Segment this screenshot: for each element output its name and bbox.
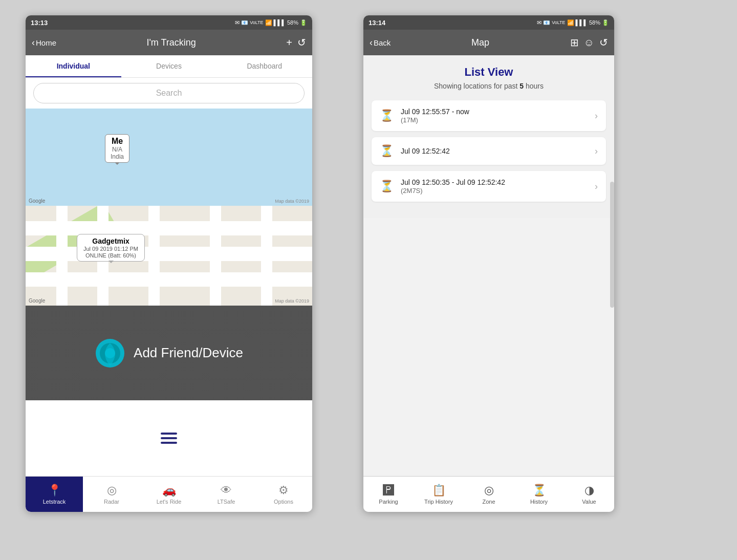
zone-icon: ◎ [484,484,494,497]
back-button[interactable]: ‹ Home [32,37,56,48]
left-bottom-nav: 📍 Letstrack ◎ Radar 🚗 Let's Ride 👁 LTSaf… [26,476,312,512]
tab-dashboard[interactable]: Dashboard [216,55,312,77]
r-volte-icon: VoLTE [552,20,565,25]
tab-devices[interactable]: Devices [121,55,217,77]
list-view-subtitle: Showing locations for past 5 hours [372,82,606,90]
r-wifi-icon: 📶 [567,19,574,26]
trip-history-label: Trip History [424,499,453,505]
scrollbar[interactable] [610,182,614,308]
left-nav-bar: ‹ Home I'm Tracking + ↺ [26,30,312,55]
nav-letsride[interactable]: 🚗 Let's Ride [140,477,198,512]
menu-area [26,400,312,476]
back-label: Home [36,38,56,47]
tabs-bar: Individual Devices Dashboard [26,55,312,78]
options-label: Options [274,499,293,505]
subtitle-bold: 5 [519,82,524,90]
wifi-icon: 📶 [265,19,272,26]
hamburger-menu[interactable] [161,433,177,444]
chevron-icon-1: › [595,111,598,121]
nav-letstrack[interactable]: 📍 Letstrack [26,477,83,512]
nav-zone[interactable]: ◎ Zone [464,477,514,512]
zone-label: Zone [482,499,495,505]
gadgetmix-pin-date: Jul 09 2019 01:12 PM [83,246,138,252]
letstrack-icon: 📍 [48,484,61,497]
nav-radar[interactable]: ◎ Radar [83,477,140,512]
r-signal-icon: ▌▌▌ [576,19,588,26]
add-friend-banner[interactable]: Add Friend/Device [26,306,312,400]
map-area-me: Me N/A India Google Map data ©2019 [26,109,312,206]
parking-label: Parking [379,499,398,505]
right-time: 13:14 [368,19,385,27]
map2-watermark-right: Map data ©2019 [275,298,309,304]
right-refresh-icon[interactable]: ↺ [599,36,608,49]
list-view-content: List View Showing locations for past 5 h… [363,55,614,218]
right-nav-title: Map [395,37,566,48]
letsride-label: Let's Ride [157,499,182,505]
ltsafe-label: LTSafe [218,499,235,505]
nav-title: I'm Tracking [60,37,282,48]
message-icon: ✉ [235,19,240,26]
options-icon: ⚙ [278,484,289,497]
street-v5 [261,206,272,306]
refresh-icon[interactable]: ↺ [297,36,306,49]
hamburger-line-2 [161,437,177,439]
right-back-label: Back [374,38,391,47]
hourglass-icon-1: ⏳ [380,109,394,122]
person-icon[interactable]: ☺ [584,37,594,49]
grid-icon[interactable]: ⊞ [570,36,579,49]
nav-parking[interactable]: 🅿 Parking [363,477,414,512]
street-map [26,206,312,306]
hourglass-icon-2: ⏳ [380,144,394,158]
history-item-2[interactable]: ⏳ Jul 09 12:52:42 › [372,137,606,165]
history-label: History [530,499,548,505]
nav-history[interactable]: ⏳ History [514,477,564,512]
gadgetmix-pin-popup: Gadgetmix Jul 09 2019 01:12 PM ONLINE (B… [77,234,145,262]
subtitle-prefix: Showing locations for past [434,82,519,90]
left-phone: 13:13 ✉ 📧 VoLTE 📶 ▌▌▌ 58% 🔋 ‹ Home I'm T… [26,15,312,512]
hamburger-line-3 [161,442,177,444]
letstrack-label: Letstrack [43,499,66,505]
right-back-button[interactable]: ‹ Back [370,37,391,48]
gadgetmix-pin-name: Gadgetmix [83,237,138,245]
left-status-icons: ✉ 📧 VoLTE 📶 ▌▌▌ 58% 🔋 [235,19,307,26]
list-view-title: List View [372,66,606,79]
history-item-3-text: Jul 09 12:50:35 - Jul 09 12:52:42 (2M7S) [401,178,588,195]
me-pin-name: Me [111,137,124,146]
search-input[interactable]: Search [33,83,305,103]
tab-individual[interactable]: Individual [26,55,121,77]
nav-ltsafe[interactable]: 👁 LTSafe [198,477,255,512]
mail-icon: 📧 [241,19,248,26]
history-item-3-main: Jul 09 12:50:35 - Jul 09 12:52:42 [401,178,588,186]
add-friend-label: Add Friend/Device [134,345,243,361]
signal-icon: ▌▌▌ [274,19,286,26]
r-message-icon: ✉ [537,19,541,26]
history-item-1-sub: (17M) [401,116,588,124]
parking-icon: 🅿 [383,484,394,497]
right-status-bar: 13:14 ✉ 📧 VoLTE 📶 ▌▌▌ 58% 🔋 [363,15,614,30]
add-icon[interactable]: + [286,37,292,49]
search-container: Search [26,78,312,109]
history-item-1-text: Jul 09 12:55:57 - now (17M) [401,107,588,124]
me-pin-popup: Me N/A India [105,134,129,163]
history-icon: ⏳ [532,484,546,497]
left-time: 13:13 [31,19,48,27]
history-item-2-text: Jul 09 12:52:42 [401,147,588,155]
street-v3 [148,206,160,306]
nav-options[interactable]: ⚙ Options [255,477,312,512]
map-area-gadgetmix: Gadgetmix Jul 09 2019 01:12 PM ONLINE (B… [26,206,312,306]
history-item-3[interactable]: ⏳ Jul 09 12:50:35 - Jul 09 12:52:42 (2M7… [372,171,606,202]
chevron-icon-2: › [595,146,598,157]
street-v1 [56,206,68,306]
map1-watermark-right: Map data ©2019 [275,199,309,204]
letstrack-logo [95,338,125,369]
history-item-1[interactable]: ⏳ Jul 09 12:55:57 - now (17M) › [372,100,606,131]
nav-trip-history[interactable]: 📋 Trip History [414,477,464,512]
battery-icon: 🔋 [300,19,307,26]
list-view-wrapper: List View Showing locations for past 5 h… [363,55,614,476]
map1-watermark: Google [29,198,45,204]
nav-value[interactable]: ◑ Value [564,477,614,512]
left-status-bar: 13:13 ✉ 📧 VoLTE 📶 ▌▌▌ 58% 🔋 [26,15,312,30]
street-v4 [210,206,221,306]
me-pin-country: India [111,153,124,160]
trip-history-icon: 📋 [432,484,446,497]
